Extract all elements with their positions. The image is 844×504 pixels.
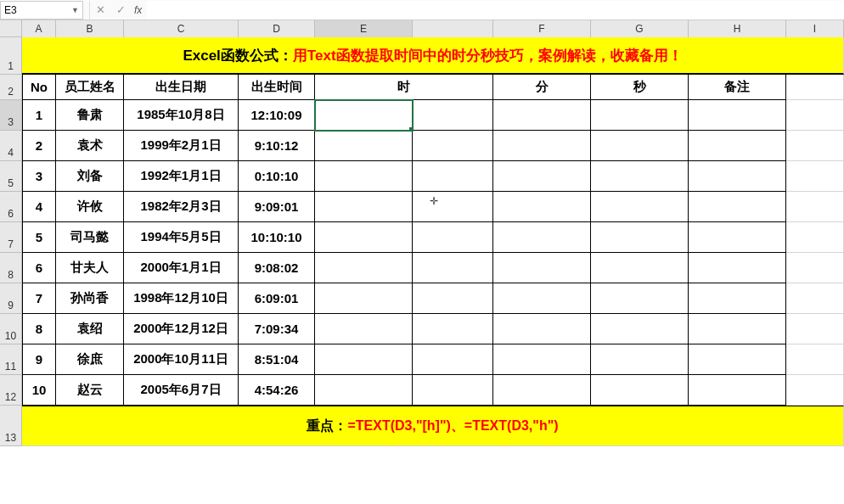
cell-hour2[interactable] [413, 131, 493, 161]
cell-blank[interactable] [786, 253, 844, 283]
cell-remark[interactable] [689, 131, 786, 161]
cell-bdate[interactable]: 2000年12月12日 [124, 314, 239, 344]
cell-remark[interactable] [689, 253, 786, 283]
title-cell[interactable]: Excel函数公式： 用Text函数提取时间中的时分秒技巧，案例解读，收藏备用！ [22, 37, 844, 75]
row-header[interactable]: 10 [0, 314, 22, 344]
cell-second[interactable] [591, 375, 689, 406]
row-header[interactable]: 4 [0, 131, 22, 161]
header-bdate[interactable]: 出生日期 [124, 75, 239, 100]
cell-blank[interactable] [786, 375, 844, 406]
cell-minute[interactable] [493, 344, 591, 375]
cell-no[interactable]: 1 [22, 100, 56, 131]
row-header-1[interactable]: 1 [0, 37, 22, 75]
cell-remark[interactable] [689, 161, 786, 192]
cell-remark[interactable] [689, 192, 786, 222]
cell-name[interactable]: 许攸 [56, 192, 124, 222]
cell-name[interactable]: 袁术 [56, 131, 124, 161]
cell-btime[interactable]: 9:09:01 [239, 192, 315, 222]
row-header[interactable]: 11 [0, 344, 22, 375]
cell-remark[interactable] [689, 283, 786, 314]
cell-minute[interactable] [493, 314, 591, 344]
cell-btime[interactable]: 0:10:10 [239, 161, 315, 192]
cell-blank[interactable] [786, 222, 844, 253]
cell-name[interactable]: 鲁肃 [56, 100, 124, 131]
cell-btime[interactable]: 4:54:26 [239, 375, 315, 406]
cell-blank[interactable] [786, 283, 844, 314]
cell-second[interactable] [591, 314, 689, 344]
cell-no[interactable]: 2 [22, 131, 56, 161]
cell-bdate[interactable]: 1998年12月10日 [124, 283, 239, 314]
cell-hour2[interactable] [413, 253, 493, 283]
col-header-B[interactable]: B [56, 20, 124, 37]
formula-input[interactable] [147, 1, 844, 20]
name-box-dropdown-icon[interactable]: ▼ [71, 6, 79, 14]
cell-minute[interactable] [493, 222, 591, 253]
cell-minute[interactable] [493, 161, 591, 192]
cell-btime[interactable]: 12:10:09 [239, 100, 315, 131]
cell-bdate[interactable]: 2000年1月1日 [124, 253, 239, 283]
cell-hour[interactable] [315, 131, 413, 161]
cell-hour[interactable] [315, 314, 413, 344]
cell-remark[interactable] [689, 314, 786, 344]
cell-remark[interactable] [689, 222, 786, 253]
cell-hour2[interactable] [413, 314, 493, 344]
cell-bdate[interactable]: 1994年5月5日 [124, 222, 239, 253]
cell-blank[interactable] [786, 161, 844, 192]
cell-second[interactable] [591, 131, 689, 161]
cell-name[interactable]: 司马懿 [56, 222, 124, 253]
cell-hour[interactable] [315, 375, 413, 406]
cell-no[interactable]: 10 [22, 375, 56, 406]
cell-name[interactable]: 徐庶 [56, 344, 124, 375]
cell-second[interactable] [591, 161, 689, 192]
col-header-I[interactable]: I [786, 20, 844, 37]
cell-hour[interactable] [315, 100, 413, 131]
row-header[interactable]: 9 [0, 283, 22, 314]
cell-hour[interactable] [315, 283, 413, 314]
cell-hour[interactable] [315, 192, 413, 222]
cell-blank[interactable] [786, 344, 844, 375]
cell-name[interactable]: 袁绍 [56, 314, 124, 344]
cell-minute[interactable] [493, 192, 591, 222]
cell-btime[interactable]: 7:09:34 [239, 314, 315, 344]
cell-blank[interactable] [786, 100, 844, 131]
cell-minute[interactable] [493, 375, 591, 406]
cell-remark[interactable] [689, 100, 786, 131]
cell-btime[interactable]: 10:10:10 [239, 222, 315, 253]
cell-hour2[interactable] [413, 222, 493, 253]
row-header[interactable]: 12 [0, 375, 22, 406]
cell-blank[interactable] [786, 192, 844, 222]
footer-cell[interactable]: 重点： =TEXT(D3,"[h]")、=TEXT(D3,"h") [22, 406, 844, 446]
cell-hour2[interactable] [413, 283, 493, 314]
header-no[interactable]: No [22, 75, 56, 100]
cell-no[interactable]: 6 [22, 253, 56, 283]
fx-icon[interactable]: fx [134, 4, 142, 16]
cell-second[interactable] [591, 222, 689, 253]
cell-bdate[interactable]: 1999年2月1日 [124, 131, 239, 161]
cell-no[interactable]: 7 [22, 283, 56, 314]
select-all-corner[interactable] [0, 20, 22, 37]
cell-blank[interactable] [786, 131, 844, 161]
cell-btime[interactable]: 6:09:01 [239, 283, 315, 314]
cell-hour2[interactable] [413, 192, 493, 222]
header-name[interactable]: 员工姓名 [56, 75, 124, 100]
col-header-G[interactable]: G [591, 20, 689, 37]
cell-hour2[interactable] [413, 100, 493, 131]
col-header-H[interactable]: H [689, 20, 786, 37]
cell-minute[interactable] [493, 131, 591, 161]
name-box[interactable]: E3 ▼ [0, 1, 83, 20]
col-header-E[interactable]: E [315, 20, 413, 37]
cell-bdate[interactable]: 1985年10月8日 [124, 100, 239, 131]
col-header-F[interactable]: F [493, 20, 591, 37]
cell-no[interactable]: 4 [22, 192, 56, 222]
header-btime[interactable]: 出生时间 [239, 75, 315, 100]
cell-bdate[interactable]: 1982年2月3日 [124, 192, 239, 222]
header-second[interactable]: 秒 [591, 75, 689, 100]
cell-bdate[interactable]: 2005年6月7日 [124, 375, 239, 406]
cell-second[interactable] [591, 253, 689, 283]
cell-bdate[interactable]: 1992年1月1日 [124, 161, 239, 192]
col-header-C[interactable]: C [124, 20, 239, 37]
cell-minute[interactable] [493, 283, 591, 314]
row-header[interactable]: 3 [0, 100, 22, 131]
col-header-D[interactable]: D [239, 20, 315, 37]
cell-hour[interactable] [315, 344, 413, 375]
